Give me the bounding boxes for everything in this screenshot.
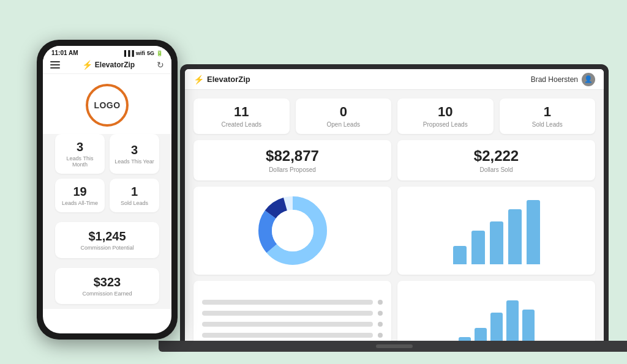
logo-text: LOGO	[94, 100, 120, 110]
phone-stat-sold-leads: 1 Sold Leads	[110, 179, 159, 212]
laptop-user: Brad Hoersten 👤	[531, 73, 595, 86]
laptop-topbar: ⚡ ElevatorZip Brad Hoersten 👤	[185, 69, 604, 90]
dollar-card-proposed: $82,877 Dollars Proposed	[193, 140, 391, 180]
stat-row: 11 Created Leads 0 Open Leads 10 Propose…	[193, 98, 595, 134]
hamburger-menu[interactable]	[50, 61, 60, 69]
phone-logo-section: LOGO	[43, 74, 171, 134]
list-card	[193, 281, 391, 341]
laptop: ⚡ ElevatorZip Brad Hoersten 👤 11 Creat	[180, 64, 609, 352]
stat-value-open: 0	[340, 105, 347, 119]
bar-4	[508, 209, 522, 264]
bar-chart-bottom-card	[397, 281, 595, 341]
bar-sm-4	[506, 300, 519, 341]
bar-sm-5	[522, 310, 535, 341]
refresh-icon[interactable]: ↻	[157, 60, 164, 70]
network-label: 5G	[147, 50, 154, 56]
donut-chart	[256, 194, 329, 267]
signal-icon: ▐▐▐	[122, 50, 134, 56]
phone-stat-value-leads-alltime: 19	[73, 185, 86, 199]
laptop-base	[159, 341, 627, 352]
laptop-brand-label: ElevatorZip	[207, 75, 250, 84]
phone-stat-value-leads-year: 3	[131, 143, 138, 157]
stat-label-created: Created Leads	[221, 121, 261, 128]
dollar-label-sold: Dollars Sold	[480, 166, 513, 173]
bar-sm-3	[490, 313, 503, 341]
phone-stat-value-leads-month: 3	[77, 140, 83, 154]
status-icons: ▐▐▐ wifi 5G 🔋	[122, 50, 163, 56]
bolt-icon: ⚡	[193, 75, 204, 84]
phone-commission-potential-value: $1,245	[88, 229, 126, 243]
bar-2	[471, 231, 485, 264]
phone-brand-label: ElevatorZip	[95, 61, 135, 69]
bar-chart-top-card	[397, 187, 595, 275]
phone-bolt-icon: ⚡	[82, 60, 92, 70]
dollar-value-sold: $2,222	[474, 147, 519, 165]
phone-stat-label-leads-year: Leads This Year	[115, 158, 154, 165]
phone-stat-leads-year: 3 Leads This Year	[110, 134, 159, 174]
phone-header: ⚡ ElevatorZip ↻	[43, 58, 171, 74]
phone-stat-leads-month: 3 Leads This Month	[55, 134, 105, 174]
wifi-icon: wifi	[136, 50, 145, 56]
stat-card-created: 11 Created Leads	[193, 98, 290, 134]
phone-status-bar: 11:01 AM ▐▐▐ wifi 5G 🔋	[43, 46, 171, 58]
list-line	[202, 311, 373, 316]
bar-sm-2	[475, 328, 487, 341]
hamburger-line-2	[50, 64, 60, 65]
phone-brand: ⚡ ElevatorZip	[82, 60, 135, 70]
scene: ⚡ ElevatorZip Brad Hoersten 👤 11 Creat	[0, 0, 627, 364]
laptop-notch	[376, 344, 413, 348]
phone-screen: 11:01 AM ▐▐▐ wifi 5G 🔋 ⚡ ElevatorZip	[43, 46, 171, 333]
laptop-screen-outer: ⚡ ElevatorZip Brad Hoersten 👤 11 Creat	[180, 64, 609, 341]
phone-commission-earned-value: $323	[94, 275, 121, 289]
laptop-screen-inner: ⚡ ElevatorZip Brad Hoersten 👤 11 Creat	[185, 69, 604, 341]
bar-chart-top	[451, 197, 543, 264]
donut-chart-card	[193, 187, 391, 275]
phone-stat-label-leads-alltime: Leads All-Time	[62, 200, 98, 206]
phone-stat-label-leads-month: Leads This Month	[59, 155, 101, 168]
phone-stats-grid: 3 Leads This Month 3 Leads This Year 19 …	[49, 134, 165, 217]
bottom-row	[193, 281, 595, 341]
hamburger-line-3	[50, 67, 60, 69]
hamburger-line-1	[50, 61, 60, 62]
phone-stat-value-sold-leads: 1	[131, 185, 138, 199]
list-row-2	[202, 311, 383, 316]
stat-label-proposed: Proposed Leads	[423, 121, 468, 128]
phone-time: 11:01 AM	[51, 50, 78, 56]
bar-5	[527, 200, 540, 264]
list-dot	[378, 322, 383, 327]
laptop-brand: ⚡ ElevatorZip	[193, 75, 250, 84]
phone-stat-leads-alltime: 19 Leads All-Time	[55, 179, 105, 212]
list-row-1	[202, 300, 383, 305]
user-avatar-icon: 👤	[582, 73, 595, 86]
list-row-4	[202, 333, 383, 338]
stat-card-open: 0 Open Leads	[296, 98, 392, 134]
list-line	[202, 333, 373, 338]
phone-commission-potential-label: Commission Potential	[80, 245, 133, 251]
list-dot	[378, 311, 383, 316]
laptop-content: 11 Created Leads 0 Open Leads 10 Propose…	[185, 90, 604, 341]
stat-label-open: Open Leads	[327, 121, 361, 128]
dollar-card-sold: $2,222 Dollars Sold	[397, 140, 595, 180]
phone-bg-section: 3 Leads This Month 3 Leads This Year 19 …	[43, 134, 171, 309]
phone-commission-potential-card: $1,245 Commission Potential	[55, 222, 159, 258]
stat-card-sold: 1 Sold Leads	[500, 98, 596, 134]
stat-value-sold: 1	[544, 105, 551, 119]
list-line	[202, 300, 373, 305]
phone-stat-label-sold-leads: Sold Leads	[121, 200, 148, 206]
list-line	[202, 322, 373, 327]
bar-1	[453, 246, 467, 264]
phone-commission-earned-label: Commission Earned	[82, 291, 132, 297]
logo-circle: LOGO	[86, 84, 129, 127]
bar-chart-bottom	[456, 288, 537, 341]
list-dot	[378, 333, 383, 338]
dollar-label-proposed: Dollars Proposed	[269, 166, 316, 173]
stat-value-created: 11	[234, 105, 249, 119]
stat-value-proposed: 10	[438, 105, 452, 119]
list-dot	[378, 300, 383, 305]
phone-commission-earned-card: $323 Commission Earned	[55, 268, 159, 304]
bar-3	[490, 221, 503, 264]
svg-point-4	[272, 210, 314, 251]
laptop-username: Brad Hoersten	[531, 75, 578, 84]
stat-label-sold: Sold Leads	[532, 121, 563, 128]
dollar-value-proposed: $82,877	[266, 147, 319, 165]
